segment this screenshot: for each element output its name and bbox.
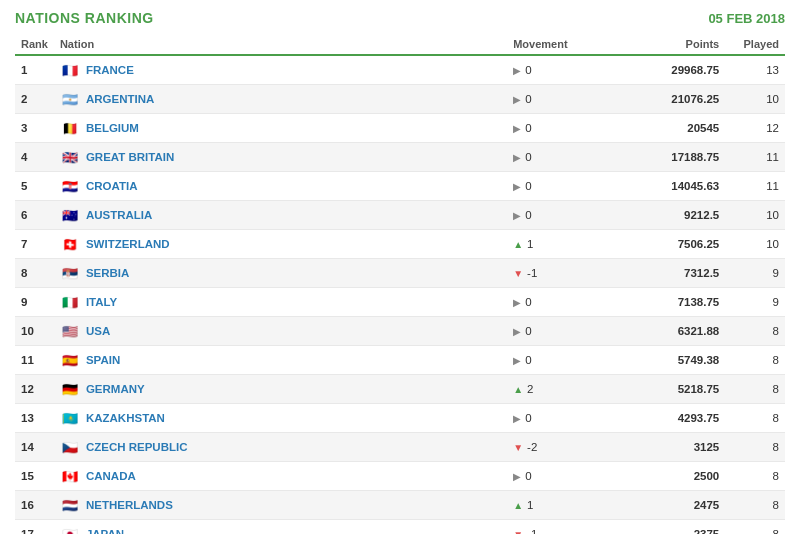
rank-cell: 11 [15, 346, 54, 375]
played-cell: 8 [725, 462, 785, 491]
movement-value: -2 [527, 441, 537, 453]
played-cell: 10 [725, 230, 785, 259]
col-rank: Rank [15, 34, 54, 55]
movement-value: -1 [527, 528, 537, 534]
table-row: 15🇨🇦CANADA▶025008 [15, 462, 785, 491]
movement-arrow: ▼ [513, 442, 523, 453]
movement-value: 1 [527, 238, 533, 250]
movement-arrow: ▶ [513, 355, 521, 366]
flag-icon: 🇯🇵 [60, 524, 80, 534]
played-cell: 13 [725, 55, 785, 85]
movement-cell: ▶0 [507, 172, 626, 201]
nation-name: CROATIA [86, 180, 138, 192]
played-cell: 8 [725, 317, 785, 346]
rank-cell: 12 [15, 375, 54, 404]
played-cell: 11 [725, 172, 785, 201]
rank-cell: 8 [15, 259, 54, 288]
movement-value: 0 [525, 354, 531, 366]
movement-value: 0 [525, 412, 531, 424]
rank-cell: 6 [15, 201, 54, 230]
movement-value: 0 [525, 64, 531, 76]
movement-value: 0 [525, 209, 531, 221]
movement-cell: ▶0 [507, 201, 626, 230]
movement-value: -1 [527, 267, 537, 279]
movement-arrow: ▼ [513, 268, 523, 279]
played-cell: 9 [725, 288, 785, 317]
nation-name: ITALY [86, 296, 117, 308]
table-row: 10🇺🇸USA▶06321.888 [15, 317, 785, 346]
points-cell: 4293.75 [626, 404, 725, 433]
flag-icon: 🇨🇦 [60, 466, 80, 486]
points-cell: 5218.75 [626, 375, 725, 404]
movement-cell: ▶0 [507, 404, 626, 433]
rank-cell: 10 [15, 317, 54, 346]
points-cell: 21076.25 [626, 85, 725, 114]
table-row: 3🇧🇪BELGIUM▶02054512 [15, 114, 785, 143]
played-cell: 8 [725, 404, 785, 433]
nation-cell: 🇺🇸USA [54, 317, 507, 346]
rank-cell: 16 [15, 491, 54, 520]
points-cell: 2475 [626, 491, 725, 520]
table-row: 8🇷🇸SERBIA▼-17312.59 [15, 259, 785, 288]
nation-name: CZECH REPUBLIC [86, 441, 188, 453]
points-cell: 2500 [626, 462, 725, 491]
nation-name: SERBIA [86, 267, 129, 279]
table-row: 5🇭🇷CROATIA▶014045.6311 [15, 172, 785, 201]
col-movement: Movement [507, 34, 626, 55]
table-row: 1🇫🇷FRANCE▶029968.7513 [15, 55, 785, 85]
movement-value: 0 [525, 470, 531, 482]
nation-cell: 🇬🇧GREAT BRITAIN [54, 143, 507, 172]
movement-cell: ▼-1 [507, 259, 626, 288]
nation-name: NETHERLANDS [86, 499, 173, 511]
nation-cell: 🇭🇷CROATIA [54, 172, 507, 201]
flag-icon: 🇭🇷 [60, 176, 80, 196]
movement-value: 0 [525, 296, 531, 308]
flag-icon: 🇷🇸 [60, 263, 80, 283]
nation-cell: 🇨🇿CZECH REPUBLIC [54, 433, 507, 462]
page-header: NATIONS RANKING 05 FEB 2018 [15, 10, 785, 26]
table-header: Rank Nation Movement Points Played [15, 34, 785, 55]
movement-cell: ▶0 [507, 114, 626, 143]
flag-icon: 🇳🇱 [60, 495, 80, 515]
played-cell: 8 [725, 520, 785, 535]
nation-cell: 🇩🇪GERMANY [54, 375, 507, 404]
movement-cell: ▼-2 [507, 433, 626, 462]
played-cell: 8 [725, 375, 785, 404]
flag-icon: 🇦🇺 [60, 205, 80, 225]
table-row: 13🇰🇿KAZAKHSTAN▶04293.758 [15, 404, 785, 433]
points-cell: 17188.75 [626, 143, 725, 172]
table-body: 1🇫🇷FRANCE▶029968.75132🇦🇷ARGENTINA▶021076… [15, 55, 785, 534]
table-row: 12🇩🇪GERMANY▲25218.758 [15, 375, 785, 404]
nation-name: KAZAKHSTAN [86, 412, 165, 424]
movement-arrow: ▶ [513, 297, 521, 308]
movement-arrow: ▼ [513, 529, 523, 535]
rank-cell: 9 [15, 288, 54, 317]
points-cell: 6321.88 [626, 317, 725, 346]
nation-cell: 🇳🇱NETHERLANDS [54, 491, 507, 520]
played-cell: 10 [725, 85, 785, 114]
flag-icon: 🇬🇧 [60, 147, 80, 167]
nation-cell: 🇯🇵JAPAN [54, 520, 507, 535]
header-date: 05 FEB 2018 [708, 11, 785, 26]
rankings-table: Rank Nation Movement Points Played 1🇫🇷FR… [15, 34, 785, 534]
rank-cell: 17 [15, 520, 54, 535]
movement-cell: ▶0 [507, 462, 626, 491]
page-title: NATIONS RANKING [15, 10, 154, 26]
movement-value: 1 [527, 499, 533, 511]
table-row: 9🇮🇹ITALY▶07138.759 [15, 288, 785, 317]
movement-cell: ▶0 [507, 346, 626, 375]
movement-cell: ▲2 [507, 375, 626, 404]
nation-name: BELGIUM [86, 122, 139, 134]
points-cell: 2375 [626, 520, 725, 535]
nation-name: FRANCE [86, 64, 134, 76]
points-cell: 7312.5 [626, 259, 725, 288]
table-row: 6🇦🇺AUSTRALIA▶09212.510 [15, 201, 785, 230]
movement-arrow: ▶ [513, 471, 521, 482]
nation-cell: 🇦🇷ARGENTINA [54, 85, 507, 114]
movement-value: 0 [525, 151, 531, 163]
nation-cell: 🇷🇸SERBIA [54, 259, 507, 288]
rank-cell: 13 [15, 404, 54, 433]
table-row: 17🇯🇵JAPAN▼-123758 [15, 520, 785, 535]
flag-icon: 🇪🇸 [60, 350, 80, 370]
points-cell: 14045.63 [626, 172, 725, 201]
